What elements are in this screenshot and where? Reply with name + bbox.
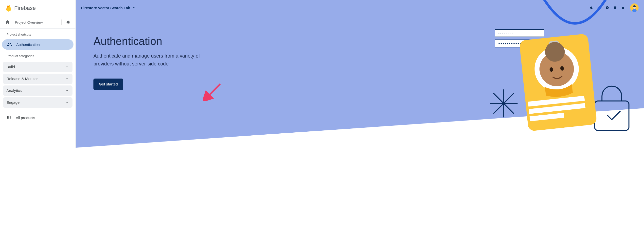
chevron-down-icon [65, 77, 69, 81]
categories-header: Product categories [0, 50, 76, 60]
project-name: Firestore Vector Search Lab [81, 6, 130, 10]
chevron-down-icon [132, 6, 136, 9]
all-products-label: All products [16, 115, 35, 120]
user-avatar[interactable] [630, 4, 638, 12]
chevron-down-icon [65, 100, 69, 104]
notifications-icon[interactable] [620, 5, 626, 10]
grid-icon [6, 115, 11, 120]
category-label: Engage [6, 100, 20, 105]
category-analytics[interactable]: Analytics [3, 85, 72, 96]
firebase-logo-row[interactable]: Firebase [0, 0, 76, 16]
sidebar-item-authentication[interactable]: Authentication [2, 39, 74, 50]
category-label: Analytics [6, 88, 22, 93]
category-list: Build Release & Monitor Analytics Engage [0, 60, 76, 109]
firebase-flame-icon [6, 5, 12, 12]
chevron-down-icon [65, 65, 69, 69]
people-icon [7, 42, 12, 47]
svg-text:?: ? [607, 7, 608, 9]
page-title: Authentication [94, 35, 644, 47]
sidebar-item-label: Authentication [16, 43, 40, 47]
notes-icon[interactable] [612, 5, 618, 10]
dark-mode-icon[interactable] [589, 5, 594, 10]
svg-rect-11 [528, 96, 584, 107]
category-label: Build [6, 65, 15, 69]
get-started-button[interactable]: Get started [94, 79, 123, 90]
all-products-button[interactable]: All products [0, 109, 76, 127]
project-overview-row[interactable]: Project Overview [0, 16, 76, 29]
main-content: Firestore Vector Search Lab ? Authentica… [76, 0, 644, 148]
illustration-username-field: ○○○○○○○○ [495, 29, 544, 37]
background-diagonal [76, 108, 644, 148]
illustration-password-field: ●●●●●●●●●●●●●● [495, 40, 544, 47]
shortcuts-header: Project shortcuts [0, 29, 76, 39]
page-subtitle: Authenticate and manage users from a var… [94, 52, 202, 68]
sparkle-icon[interactable] [597, 5, 602, 10]
category-label: Release & Monitor [6, 77, 38, 81]
svg-rect-12 [529, 103, 586, 114]
category-build[interactable]: Build [3, 62, 72, 72]
chevron-down-icon [65, 89, 69, 93]
hero-section: Authentication Authenticate and manage u… [76, 15, 644, 90]
sidebar: Firebase Project Overview Project shortc… [0, 0, 76, 148]
firebase-wordmark: Firebase [14, 5, 36, 11]
category-release-monitor[interactable]: Release & Monitor [3, 74, 72, 84]
category-engage[interactable]: Engage [3, 97, 72, 108]
project-selector[interactable]: Firestore Vector Search Lab [81, 6, 136, 10]
home-icon [5, 20, 10, 25]
annotation-arrow [203, 81, 223, 101]
topbar: Firestore Vector Search Lab ? [76, 0, 644, 15]
help-icon[interactable]: ? [604, 5, 610, 10]
project-overview-label: Project Overview [15, 20, 62, 25]
gear-icon[interactable] [62, 20, 70, 25]
